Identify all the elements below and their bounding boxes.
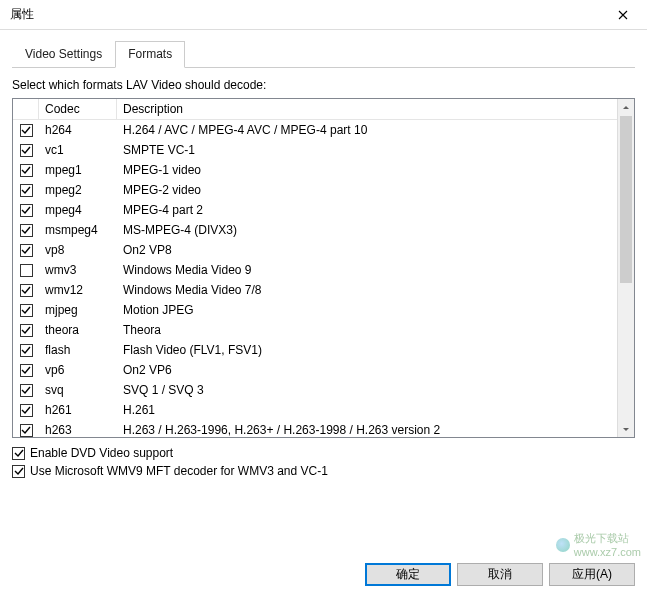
watermark-icon xyxy=(556,538,570,552)
codec-cell: theora xyxy=(39,320,117,340)
check-icon xyxy=(21,205,31,215)
description-cell: Windows Media Video 7/8 xyxy=(117,280,617,300)
watermark-text1: 极光下载站 xyxy=(574,532,629,544)
dvd-label: Enable DVD Video support xyxy=(30,446,173,460)
table-body: h264H.264 / AVC / MPEG-4 AVC / MPEG-4 pa… xyxy=(13,120,617,437)
watermark-text2: www.xz7.com xyxy=(574,546,641,558)
check-icon xyxy=(14,448,24,458)
header-codec: Codec xyxy=(39,99,117,119)
description-cell: SMPTE VC-1 xyxy=(117,140,617,160)
description-cell: On2 VP6 xyxy=(117,360,617,380)
chevron-down-icon xyxy=(622,425,630,433)
format-checkbox[interactable] xyxy=(20,384,33,397)
codec-cell: h261 xyxy=(39,400,117,420)
description-cell: Windows Media Video 9 xyxy=(117,260,617,280)
description-cell: MPEG-1 video xyxy=(117,160,617,180)
format-checkbox[interactable] xyxy=(20,344,33,357)
table-row[interactable]: wmv12Windows Media Video 7/8 xyxy=(13,280,617,300)
formats-table: Codec Description h264H.264 / AVC / MPEG… xyxy=(12,98,635,438)
codec-cell: vc1 xyxy=(39,140,117,160)
format-checkbox[interactable] xyxy=(20,324,33,337)
check-icon xyxy=(21,325,31,335)
dvd-checkbox[interactable] xyxy=(12,447,25,460)
description-cell: MPEG-4 part 2 xyxy=(117,200,617,220)
check-icon xyxy=(21,405,31,415)
format-checkbox[interactable] xyxy=(20,224,33,237)
format-checkbox[interactable] xyxy=(20,304,33,317)
table-row[interactable]: h263H.263 / H.263-1996, H.263+ / H.263-1… xyxy=(13,420,617,437)
format-checkbox[interactable] xyxy=(20,144,33,157)
codec-cell: wmv3 xyxy=(39,260,117,280)
table-row[interactable]: theoraTheora xyxy=(13,320,617,340)
description-cell: H.263 / H.263-1996, H.263+ / H.263-1998 … xyxy=(117,420,617,437)
table-row[interactable]: msmpeg4MS-MPEG-4 (DIVX3) xyxy=(13,220,617,240)
tab-formats[interactable]: Formats xyxy=(115,41,185,68)
instruction-text: Select which formats LAV Video should de… xyxy=(12,78,635,92)
description-cell: MPEG-2 video xyxy=(117,180,617,200)
format-checkbox[interactable] xyxy=(20,424,33,437)
description-cell: MS-MPEG-4 (DIVX3) xyxy=(117,220,617,240)
format-checkbox[interactable] xyxy=(20,264,33,277)
format-checkbox[interactable] xyxy=(20,124,33,137)
apply-button[interactable]: 应用(A) xyxy=(549,563,635,586)
table-row[interactable]: mjpegMotion JPEG xyxy=(13,300,617,320)
wmv9-checkbox[interactable] xyxy=(12,465,25,478)
table-row[interactable]: mpeg2MPEG-2 video xyxy=(13,180,617,200)
check-icon xyxy=(21,245,31,255)
scroll-thumb[interactable] xyxy=(620,116,632,283)
codec-cell: svq xyxy=(39,380,117,400)
codec-cell: msmpeg4 xyxy=(39,220,117,240)
close-icon xyxy=(618,10,628,20)
description-cell: H.264 / AVC / MPEG-4 AVC / MPEG-4 part 1… xyxy=(117,120,617,140)
format-checkbox[interactable] xyxy=(20,404,33,417)
check-icon xyxy=(21,305,31,315)
codec-cell: vp6 xyxy=(39,360,117,380)
format-checkbox[interactable] xyxy=(20,244,33,257)
format-checkbox[interactable] xyxy=(20,204,33,217)
options-group: Enable DVD Video support Use Microsoft W… xyxy=(12,446,635,478)
check-icon xyxy=(21,145,31,155)
table-row[interactable]: mpeg1MPEG-1 video xyxy=(13,160,617,180)
check-icon xyxy=(21,425,31,435)
table-row[interactable]: vp8On2 VP8 xyxy=(13,240,617,260)
scroll-track[interactable] xyxy=(618,116,634,420)
table-row[interactable]: svqSVQ 1 / SVQ 3 xyxy=(13,380,617,400)
ok-button[interactable]: 确定 xyxy=(365,563,451,586)
table-header: Codec Description xyxy=(13,99,617,120)
description-cell: H.261 xyxy=(117,400,617,420)
header-description: Description xyxy=(117,99,617,119)
tab-strip: Video SettingsFormats xyxy=(12,40,635,68)
format-checkbox[interactable] xyxy=(20,364,33,377)
table-row[interactable]: mpeg4MPEG-4 part 2 xyxy=(13,200,617,220)
codec-cell: vp8 xyxy=(39,240,117,260)
titlebar: 属性 xyxy=(0,0,647,30)
watermark: 极光下载站 www.xz7.com xyxy=(556,531,641,558)
scroll-down-button[interactable] xyxy=(618,420,634,437)
check-icon xyxy=(21,285,31,295)
scroll-up-button[interactable] xyxy=(618,99,634,116)
table-row[interactable]: vp6On2 VP6 xyxy=(13,360,617,380)
cancel-button[interactable]: 取消 xyxy=(457,563,543,586)
client-area: Video SettingsFormats Select which forma… xyxy=(0,30,647,478)
table-row[interactable]: vc1SMPTE VC-1 xyxy=(13,140,617,160)
codec-cell: mpeg2 xyxy=(39,180,117,200)
table-row[interactable]: h264H.264 / AVC / MPEG-4 AVC / MPEG-4 pa… xyxy=(13,120,617,140)
check-icon xyxy=(21,385,31,395)
check-icon xyxy=(21,125,31,135)
format-checkbox[interactable] xyxy=(20,284,33,297)
table-row[interactable]: h261H.261 xyxy=(13,400,617,420)
table-row[interactable]: wmv3Windows Media Video 9 xyxy=(13,260,617,280)
header-check xyxy=(13,99,39,119)
codec-cell: mpeg1 xyxy=(39,160,117,180)
format-checkbox[interactable] xyxy=(20,184,33,197)
close-button[interactable] xyxy=(607,3,639,27)
codec-cell: wmv12 xyxy=(39,280,117,300)
vertical-scrollbar[interactable] xyxy=(617,99,634,437)
table-row[interactable]: flashFlash Video (FLV1, FSV1) xyxy=(13,340,617,360)
check-icon xyxy=(21,165,31,175)
tab-video-settings[interactable]: Video Settings xyxy=(12,41,115,68)
description-cell: Motion JPEG xyxy=(117,300,617,320)
chevron-up-icon xyxy=(622,104,630,112)
codec-cell: flash xyxy=(39,340,117,360)
format-checkbox[interactable] xyxy=(20,164,33,177)
